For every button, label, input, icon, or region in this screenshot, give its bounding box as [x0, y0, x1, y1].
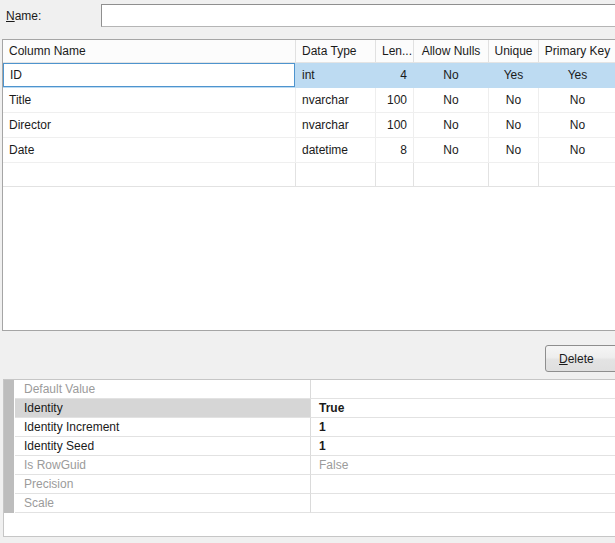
- property-value: [311, 494, 615, 513]
- column-name-edit-input[interactable]: [3, 63, 295, 87]
- delete-button-accel: D: [559, 352, 568, 366]
- property-value: [311, 475, 615, 494]
- property-row-identity[interactable]: Identity True: [15, 399, 615, 418]
- table-row-id[interactable]: int 4 No Yes Yes: [3, 63, 615, 88]
- cell-data-type[interactable]: datetime: [296, 138, 376, 162]
- property-name[interactable]: Identity Seed: [15, 437, 311, 456]
- property-grid-gutter: [4, 380, 14, 513]
- cell-primary-key[interactable]: No: [539, 88, 615, 112]
- cell-unique[interactable]: No: [489, 113, 539, 137]
- property-row-identity-increment[interactable]: Identity Increment 1: [15, 418, 615, 437]
- property-row-default-value[interactable]: Default Value: [15, 380, 615, 399]
- cell-primary-key-empty: [539, 163, 615, 186]
- property-grid: Default Value Identity True Identity Inc…: [3, 379, 615, 537]
- columns-grid: Column Name Data Type Len... Allow Nulls…: [2, 39, 615, 331]
- property-name[interactable]: Scale: [15, 494, 311, 513]
- table-row-date[interactable]: Date datetime 8 No No No: [3, 138, 615, 163]
- name-label-accel: N: [6, 9, 15, 23]
- name-input[interactable]: [101, 4, 615, 27]
- table-row-director[interactable]: Director nvarchar 100 No No No: [3, 113, 615, 138]
- property-row-scale[interactable]: Scale: [15, 494, 615, 513]
- cell-unique[interactable]: No: [489, 88, 539, 112]
- columns-grid-header: Column Name Data Type Len... Allow Nulls…: [3, 40, 615, 63]
- column-header-column-name[interactable]: Column Name: [3, 40, 296, 62]
- name-label-rest: ame:: [15, 9, 42, 23]
- name-label: Name:: [6, 9, 41, 23]
- property-row-precision[interactable]: Precision: [15, 475, 615, 494]
- column-header-length[interactable]: Len...: [376, 40, 414, 62]
- property-value: [311, 380, 615, 399]
- delete-button-rest: elete: [568, 352, 594, 366]
- cell-unique[interactable]: Yes: [489, 63, 539, 87]
- cell-primary-key[interactable]: No: [539, 113, 615, 137]
- column-header-data-type[interactable]: Data Type: [296, 40, 376, 62]
- table-row-title[interactable]: Title nvarchar 100 No No No: [3, 88, 615, 113]
- property-row-identity-seed[interactable]: Identity Seed 1: [15, 437, 615, 456]
- cell-data-type[interactable]: int: [296, 63, 376, 87]
- property-name[interactable]: Precision: [15, 475, 311, 494]
- property-value: False: [311, 456, 615, 475]
- cell-allow-nulls[interactable]: No: [414, 138, 489, 162]
- cell-column-name[interactable]: Title: [3, 88, 296, 112]
- column-header-allow-nulls[interactable]: Allow Nulls: [414, 40, 489, 62]
- property-value[interactable]: 1: [311, 418, 615, 437]
- property-name[interactable]: Default Value: [15, 380, 311, 399]
- cell-primary-key[interactable]: Yes: [539, 63, 615, 87]
- cell-length[interactable]: 4: [376, 63, 414, 87]
- cell-column-name[interactable]: Director: [3, 113, 296, 137]
- cell-primary-key[interactable]: No: [539, 138, 615, 162]
- cell-data-type-empty: [296, 163, 376, 186]
- cell-length-empty: [376, 163, 414, 186]
- delete-button[interactable]: Delete: [545, 345, 615, 372]
- table-row-new[interactable]: [3, 163, 615, 187]
- cell-column-name: [3, 63, 296, 87]
- column-header-primary-key[interactable]: Primary Key: [539, 40, 615, 62]
- property-name[interactable]: Identity: [15, 399, 311, 418]
- cell-allow-nulls-empty: [414, 163, 489, 186]
- grid-empty-area: [3, 187, 615, 331]
- cell-length[interactable]: 100: [376, 113, 414, 137]
- cell-data-type[interactable]: nvarchar: [296, 88, 376, 112]
- cell-column-name-empty: [3, 163, 296, 186]
- property-row-is-rowguid[interactable]: Is RowGuid False: [15, 456, 615, 475]
- cell-allow-nulls[interactable]: No: [414, 113, 489, 137]
- property-value[interactable]: True: [311, 399, 615, 418]
- cell-column-name[interactable]: Date: [3, 138, 296, 162]
- property-value[interactable]: 1: [311, 437, 615, 456]
- cell-length[interactable]: 100: [376, 88, 414, 112]
- cell-data-type[interactable]: nvarchar: [296, 113, 376, 137]
- cell-allow-nulls[interactable]: No: [414, 63, 489, 87]
- cell-unique-empty: [489, 163, 539, 186]
- cell-allow-nulls[interactable]: No: [414, 88, 489, 112]
- property-name[interactable]: Is RowGuid: [15, 456, 311, 475]
- cell-length[interactable]: 8: [376, 138, 414, 162]
- property-name[interactable]: Identity Increment: [15, 418, 311, 437]
- column-header-unique[interactable]: Unique: [489, 40, 539, 62]
- cell-unique[interactable]: No: [489, 138, 539, 162]
